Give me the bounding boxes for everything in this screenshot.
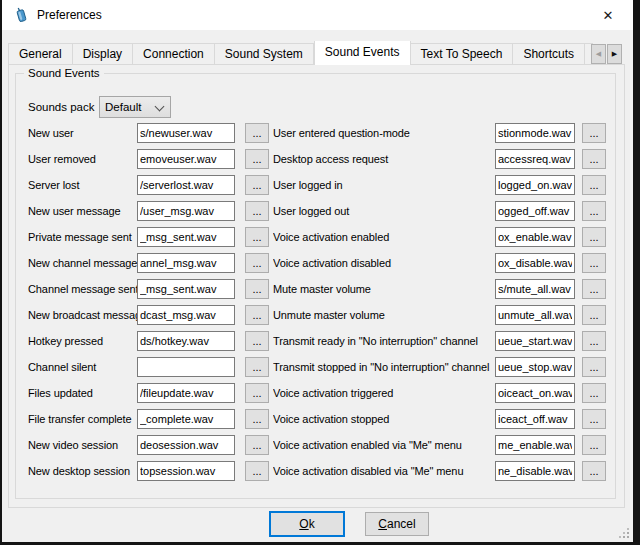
- sound-file-input-right[interactable]: [495, 383, 575, 403]
- tab-text-to-speech[interactable]: Text To Speech: [411, 43, 514, 65]
- browse-button-right[interactable]: ...: [582, 227, 606, 247]
- sound-file-input-right[interactable]: [495, 201, 575, 221]
- browse-button-left[interactable]: ...: [245, 227, 269, 247]
- sound-file-input-right[interactable]: [495, 331, 575, 351]
- browse-button-left[interactable]: ...: [245, 175, 269, 195]
- app-icon: [13, 7, 29, 23]
- browse-button-left[interactable]: ...: [245, 201, 269, 221]
- sound-file-input-right[interactable]: [495, 175, 575, 195]
- sound-file-input-left[interactable]: [137, 409, 235, 429]
- event-label-right: Transmit ready in "No interruption" chan…: [273, 335, 495, 347]
- sound-file-input-left[interactable]: [137, 357, 235, 377]
- tab-general[interactable]: General: [8, 43, 73, 65]
- sound-event-row: New desktop session ... Voice activation…: [28, 461, 615, 481]
- sound-file-input-left[interactable]: [137, 331, 235, 351]
- browse-button-left[interactable]: ...: [245, 123, 269, 143]
- sound-event-rows: New user ... User entered question-mode …: [16, 123, 615, 481]
- browse-button-left[interactable]: ...: [245, 253, 269, 273]
- browse-button-right[interactable]: ...: [582, 253, 606, 273]
- browse-button-left[interactable]: ...: [245, 305, 269, 325]
- event-label-right: Voice activation stopped: [273, 413, 495, 425]
- sound-file-input-left[interactable]: [137, 383, 235, 403]
- sound-file-input-left[interactable]: [137, 435, 235, 455]
- event-label-right: Transmit stopped in "No interruption" ch…: [273, 361, 495, 373]
- event-label-left: Files updated: [28, 387, 137, 399]
- sound-file-input-right[interactable]: [495, 357, 575, 377]
- sound-file-input-left[interactable]: [137, 253, 235, 273]
- event-label-right: Desktop access request: [273, 153, 495, 165]
- event-label-right: Voice activation triggered: [273, 387, 495, 399]
- sound-file-input-right[interactable]: [495, 227, 575, 247]
- tab-sound-events[interactable]: Sound Events: [314, 41, 411, 65]
- browse-button-left[interactable]: ...: [245, 149, 269, 169]
- browse-button-right[interactable]: ...: [582, 383, 606, 403]
- sound-file-input-right[interactable]: [495, 253, 575, 273]
- sound-file-input-right[interactable]: [495, 461, 575, 481]
- sound-event-row: New user ... User entered question-mode …: [28, 123, 615, 143]
- browse-button-right[interactable]: ...: [582, 201, 606, 221]
- event-label-left: Channel message sent: [28, 283, 137, 295]
- event-label-left: New user: [28, 127, 137, 139]
- tab-sound-system[interactable]: Sound System: [215, 43, 314, 65]
- browse-button-right[interactable]: ...: [582, 435, 606, 455]
- sound-file-input-right[interactable]: [495, 409, 575, 429]
- sound-file-input-left[interactable]: [137, 279, 235, 299]
- cancel-button[interactable]: Cancel: [365, 512, 429, 536]
- sound-event-row: Private message sent ... Voice activatio…: [28, 227, 615, 247]
- tab-shortcuts[interactable]: Shortcuts: [513, 43, 585, 65]
- sound-file-input-right[interactable]: [495, 149, 575, 169]
- sound-events-groupbox: Sound Events Sounds pack Default New use…: [15, 73, 616, 499]
- tab-connection[interactable]: Connection: [133, 43, 215, 65]
- browse-button-right[interactable]: ...: [582, 123, 606, 143]
- browse-button-right[interactable]: ...: [582, 279, 606, 299]
- event-label-right: Voice activation enabled: [273, 231, 495, 243]
- tab-scroll-right-icon[interactable]: ▶: [607, 44, 622, 64]
- browse-button-left[interactable]: ...: [245, 279, 269, 299]
- browse-button-left[interactable]: ...: [245, 409, 269, 429]
- sound-file-input-left[interactable]: [137, 123, 235, 143]
- sound-file-input-left[interactable]: [137, 175, 235, 195]
- sound-event-row: Hotkey pressed ... Transmit ready in "No…: [28, 331, 615, 351]
- groupbox-title: Sound Events: [24, 67, 104, 79]
- event-label-left: Channel silent: [28, 361, 137, 373]
- sound-file-input-left[interactable]: [137, 149, 235, 169]
- browse-button-left[interactable]: ...: [245, 357, 269, 377]
- close-button[interactable]: ✕: [589, 0, 627, 30]
- browse-button-left[interactable]: ...: [245, 331, 269, 351]
- sounds-pack-row: Sounds pack Default: [28, 96, 615, 118]
- event-label-left: Hotkey pressed: [28, 335, 137, 347]
- sound-file-input-left[interactable]: [137, 227, 235, 247]
- sound-event-row: New channel message ... Voice activation…: [28, 253, 615, 273]
- sound-file-input-left[interactable]: [137, 461, 235, 481]
- browse-button-right[interactable]: ...: [582, 461, 606, 481]
- sound-file-input-right[interactable]: [495, 123, 575, 143]
- browse-button-right[interactable]: ...: [582, 305, 606, 325]
- event-label-left: New video session: [28, 439, 137, 451]
- browse-button-left[interactable]: ...: [245, 461, 269, 481]
- resize-grip-icon[interactable]: [627, 536, 629, 538]
- browse-button-right[interactable]: ...: [582, 149, 606, 169]
- event-label-right: User entered question-mode: [273, 127, 495, 139]
- tab-scroll-left-icon: ◀: [591, 44, 606, 64]
- sound-file-input-left[interactable]: [137, 305, 235, 325]
- browse-button-right[interactable]: ...: [582, 409, 606, 429]
- event-label-left: Private message sent: [28, 231, 137, 243]
- browse-button-right[interactable]: ...: [582, 357, 606, 377]
- browse-button-left[interactable]: ...: [245, 383, 269, 403]
- sound-event-row: Channel silent ... Transmit stopped in "…: [28, 357, 615, 377]
- chevron-down-icon: [155, 102, 165, 112]
- browse-button-right[interactable]: ...: [582, 175, 606, 195]
- sounds-pack-select[interactable]: Default: [99, 96, 171, 118]
- titlebar: Preferences ✕: [2, 0, 633, 30]
- ok-button[interactable]: Ok: [269, 511, 345, 537]
- browse-button-right[interactable]: ...: [582, 331, 606, 351]
- sound-file-input-right[interactable]: [495, 435, 575, 455]
- window-title: Preferences: [37, 8, 102, 22]
- sound-file-input-left[interactable]: [137, 201, 235, 221]
- sound-file-input-right[interactable]: [495, 279, 575, 299]
- tab-display[interactable]: Display: [73, 43, 133, 65]
- event-label-left: New channel message: [28, 257, 137, 269]
- sound-file-input-right[interactable]: [495, 305, 575, 325]
- browse-button-left[interactable]: ...: [245, 435, 269, 455]
- sounds-pack-value: Default: [105, 101, 141, 113]
